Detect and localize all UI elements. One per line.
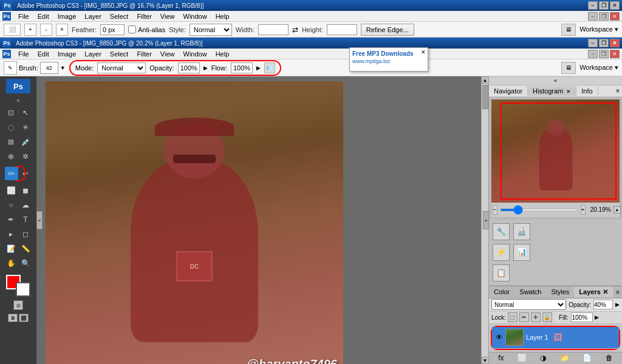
zoom-out-btn[interactable]: − xyxy=(493,205,497,215)
opacity-input[interactable] xyxy=(178,62,200,73)
tool-gradient[interactable]: ◼ xyxy=(19,184,32,197)
workspace-icon-1[interactable]: 🖥 xyxy=(561,24,576,36)
scroll-thumb-v[interactable] xyxy=(482,85,488,109)
tool-brush[interactable]: ✏ xyxy=(5,167,18,180)
menu-layer-2[interactable]: Layer xyxy=(81,49,105,59)
menu-edit-2[interactable]: Edit xyxy=(34,49,53,59)
menu-image-2[interactable]: Image xyxy=(54,49,80,59)
ltab-color[interactable]: Color xyxy=(489,287,514,297)
layer-new-btn[interactable]: 📄 xyxy=(583,354,592,362)
tool-clone[interactable]: ✲ xyxy=(19,150,32,163)
tool-mode-icon[interactable]: ✎ xyxy=(4,61,17,75)
fill-input[interactable] xyxy=(571,312,593,322)
lock-all[interactable]: 🔒 xyxy=(542,312,552,322)
brush-dropdown[interactable]: ▼ xyxy=(60,65,66,71)
mode-select[interactable]: NormalMultiplyScreen xyxy=(97,62,146,73)
menu-select-2[interactable]: Select xyxy=(106,49,132,59)
tab-histogram[interactable]: Histogram ✕ xyxy=(528,86,576,96)
menu-window-2[interactable]: Window xyxy=(180,49,211,59)
restore-doc-2[interactable]: ❐ xyxy=(599,50,609,58)
height-input[interactable] xyxy=(327,24,357,35)
background-color[interactable] xyxy=(16,282,30,297)
menu-help-2[interactable]: Help xyxy=(212,49,233,59)
panel-tool-4[interactable]: 📊 xyxy=(513,244,530,261)
menu-filter-2[interactable]: Filter xyxy=(133,49,155,59)
tool-heal[interactable]: ⊕ xyxy=(4,150,18,163)
panel-tool-1[interactable]: 🔧 xyxy=(493,223,510,240)
tab-navigator[interactable]: Navigator xyxy=(489,86,528,96)
tool-dodge[interactable]: ○ xyxy=(4,198,18,212)
menu-file-2[interactable]: File xyxy=(15,49,33,59)
tool-measure[interactable]: 📏 xyxy=(19,242,32,255)
menu-layer-1[interactable]: Layer xyxy=(81,12,105,21)
layer-adj-btn[interactable]: ◑ xyxy=(540,354,546,362)
style-select[interactable]: Normal xyxy=(190,24,232,36)
menu-view-1[interactable]: View xyxy=(157,12,179,21)
flow-arrow[interactable]: ▶ xyxy=(256,65,261,71)
tool-pen[interactable]: ✒ xyxy=(4,213,18,226)
flow-input[interactable] xyxy=(231,62,253,73)
tool-eraser[interactable]: ⬜ xyxy=(4,184,18,197)
minimize-btn-1[interactable]: − xyxy=(588,1,598,10)
zoom-in-btn[interactable]: + xyxy=(581,205,586,215)
brush-preview[interactable]: 42 xyxy=(40,62,58,74)
popup-ad[interactable]: Free MP3 Downloads www.mptiga.biz ✕ xyxy=(349,47,428,72)
tool-magic-wand[interactable]: ✳ xyxy=(19,121,32,134)
quick-mask-btn[interactable]: ◎ xyxy=(13,300,23,310)
tool-smudge[interactable]: ☁ xyxy=(19,198,32,212)
close-btn-1[interactable]: ✕ xyxy=(610,1,620,10)
minimize-doc-1[interactable]: − xyxy=(588,12,598,21)
menu-image-1[interactable]: Image xyxy=(54,12,80,21)
lock-move[interactable]: ✛ xyxy=(531,312,541,322)
tool-marquee-rect[interactable]: ⊡ xyxy=(4,106,18,120)
screen-mode-std[interactable]: 🖥 xyxy=(8,314,18,322)
nav-icon-1[interactable]: ▲ xyxy=(613,206,621,214)
close-btn-2[interactable]: ✕ xyxy=(610,39,620,47)
panel-tool-5[interactable]: 📋 xyxy=(493,265,510,281)
restore-btn-2[interactable]: ❐ xyxy=(599,39,609,47)
scroll-down-btn[interactable]: ▼ xyxy=(482,357,489,364)
panel-tool-2[interactable]: 🔬 xyxy=(513,223,530,240)
close-doc-2[interactable]: ✕ xyxy=(610,50,620,58)
scroll-up-btn[interactable]: ▲ xyxy=(482,76,489,84)
left-collapse-btn[interactable]: « xyxy=(36,211,43,229)
opacity-arrow[interactable]: ▶ xyxy=(203,65,208,71)
tool-eyedropper[interactable]: 💉 xyxy=(19,135,32,149)
layer-delete-btn[interactable]: 🗑 xyxy=(606,354,613,362)
screen-mode-full[interactable]: ⬛ xyxy=(19,314,29,322)
tool-option-rect[interactable]: ⬜ xyxy=(4,24,21,36)
tool-option-subtract[interactable]: - xyxy=(40,24,52,36)
lock-paint[interactable]: ✏ xyxy=(519,312,529,322)
ltab-styles[interactable]: Styles xyxy=(546,287,574,297)
tool-option-add[interactable]: + xyxy=(24,24,36,36)
zoom-slider[interactable] xyxy=(500,209,578,211)
workspace-label-1[interactable]: Workspace ▾ xyxy=(579,25,618,33)
workspace-label-2[interactable]: Workspace ▾ xyxy=(579,64,618,72)
right-collapse-btn[interactable]: » xyxy=(483,211,489,229)
layer-fx-btn[interactable]: fx xyxy=(498,354,504,362)
layer-group-btn[interactable]: 📁 xyxy=(560,354,569,362)
workspace-icon-2[interactable]: 🖥 xyxy=(561,62,576,74)
lock-transparent[interactable]: ⬚ xyxy=(508,312,518,322)
layers-menu-btn[interactable]: ≡ xyxy=(613,289,622,295)
menu-window-1[interactable]: Window xyxy=(180,12,211,21)
tool-move[interactable]: ↖ xyxy=(19,106,32,120)
tool-path-select[interactable]: ▸ xyxy=(4,228,18,241)
tool-shape[interactable]: ◻ xyxy=(19,228,32,241)
tool-zoom[interactable]: 🔍 xyxy=(19,257,32,270)
restore-doc-1[interactable]: ❐ xyxy=(599,12,609,21)
antialias-checkbox[interactable] xyxy=(128,25,136,33)
restore-btn-1[interactable]: ❐ xyxy=(599,1,609,10)
opacity-input-layers[interactable] xyxy=(593,300,613,309)
menu-select-1[interactable]: Select xyxy=(106,12,132,21)
refine-edge-btn[interactable]: Refine Edge... xyxy=(361,24,414,36)
fill-arrow[interactable]: ▶ xyxy=(595,314,599,320)
minimize-btn-2[interactable]: − xyxy=(588,39,598,47)
tool-lasso[interactable]: ◌ xyxy=(4,121,18,134)
close-doc-1[interactable]: ✕ xyxy=(610,12,620,21)
layer-mask-btn[interactable]: ⬜ xyxy=(518,354,527,362)
ltab-swatch[interactable]: Swatch xyxy=(514,287,546,297)
tool-type[interactable]: T xyxy=(19,213,32,226)
tool-hand[interactable]: ✋ xyxy=(4,257,18,270)
menu-view-2[interactable]: View xyxy=(157,49,179,59)
